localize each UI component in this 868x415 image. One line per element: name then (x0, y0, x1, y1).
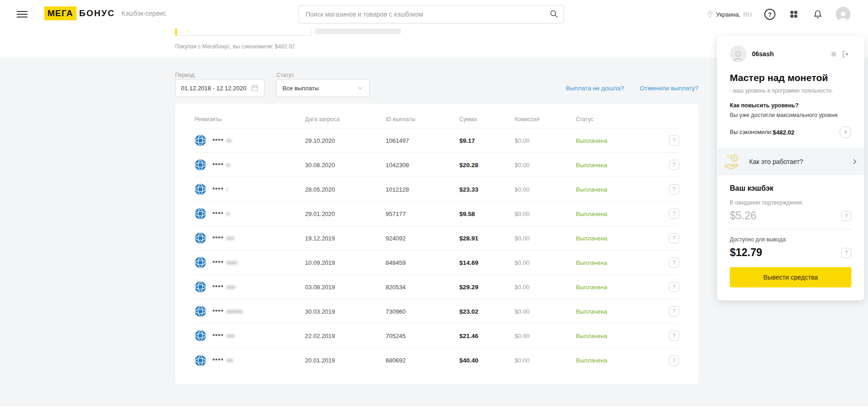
requisites-masked: **** (212, 235, 223, 242)
bell-icon (813, 9, 823, 19)
logo-bonus: БОНУС (79, 8, 115, 18)
requisites-masked: **** (212, 333, 223, 339)
row-help-icon[interactable]: ? (669, 257, 679, 268)
payout-status: Выплачена (576, 308, 668, 315)
dotted-divider (730, 229, 851, 229)
search-icon[interactable] (549, 9, 558, 18)
notifications-button[interactable] (812, 8, 824, 20)
how-it-works-row[interactable]: Как это работает? (717, 149, 864, 175)
payout-not-received-link[interactable]: Выплата не дошла? (566, 85, 624, 92)
row-help-icon[interactable]: ? (669, 356, 679, 366)
row-help-icon[interactable]: ? (669, 331, 679, 341)
payout-id: 705245 (386, 333, 459, 339)
requisites-masked: **** (212, 284, 223, 291)
payout-cancelled-link[interactable]: Отменили выплату? (639, 85, 698, 92)
payout-commission: $0.00 (515, 357, 576, 364)
table-header: Реквизиты Дата запроса ID выплаты Сумма … (194, 110, 679, 129)
requisites-cell: **** (194, 330, 305, 342)
payout-amount: $21.46 (459, 333, 515, 339)
payout-id: 680692 (386, 357, 459, 364)
row-help-icon[interactable]: ? (669, 160, 679, 170)
how-it-works-label: Как это работает? (749, 158, 803, 165)
tab-stub-active[interactable] (175, 29, 311, 36)
table-row: **** 22.02.2019 705245 $21.46 $0.00 Выпл… (194, 324, 679, 348)
row-help-icon[interactable]: ? (669, 184, 679, 194)
requisites-blur (226, 212, 230, 216)
payout-id: 848459 (386, 259, 459, 266)
row-help-icon[interactable]: ? (669, 233, 679, 243)
sidebar-user-row: 06sash (730, 46, 851, 62)
row-help-icon[interactable]: ? (669, 282, 679, 292)
row-help-icon[interactable]: ? (669, 306, 679, 316)
requisites-cell: **** (194, 257, 305, 269)
tab-stub-inactive[interactable] (315, 29, 401, 34)
webmoney-icon (194, 281, 206, 293)
withdraw-button[interactable]: Вывести средства (730, 267, 851, 287)
status-select[interactable]: Все выплаты (276, 79, 369, 97)
payout-amount: $23.33 (459, 186, 515, 193)
webmoney-icon (194, 208, 206, 220)
request-date: 20.01.2019 (305, 357, 386, 364)
row-help-icon[interactable]: ? (669, 135, 679, 146)
table-row: **** 10.09.2019 848459 $14.69 $0.00 Выпл… (194, 251, 679, 275)
table-row: **** 30.03.2019 730960 $23.02 $0.00 Выпл… (194, 299, 679, 324)
search-input[interactable] (299, 5, 564, 23)
status-value: Все выплаты (282, 85, 319, 92)
settings-button[interactable] (827, 48, 839, 60)
payout-id: 1042308 (386, 162, 459, 169)
payout-id: 730960 (386, 308, 459, 315)
pending-amount: $5.26 (730, 210, 757, 222)
payout-status: Выплачена (576, 186, 668, 193)
payout-table-body: **** 29.10.2020 1061497 $9.17 $0.00 Выпл… (194, 129, 679, 373)
request-date: 30.08.2020 (305, 162, 386, 169)
webmoney-icon (194, 305, 206, 317)
requisites-blur (226, 237, 235, 240)
pending-help-icon[interactable]: ? (841, 211, 851, 221)
help-icon: ? (764, 9, 775, 20)
apps-grid-icon (789, 10, 798, 19)
requisites-masked: **** (212, 137, 223, 144)
location-country: Украина, (716, 11, 740, 18)
logo-tagline: Кэшбэк-сервис (122, 10, 166, 17)
logo[interactable]: МЕГА БОНУС Кэшбэк-сервис (44, 6, 166, 20)
col-amount: Сумма (459, 116, 515, 123)
location-selector[interactable]: Украина, RU (707, 11, 752, 18)
row-help-icon[interactable]: ? (669, 209, 679, 219)
webmoney-icon (194, 159, 206, 171)
logout-icon (841, 50, 850, 58)
requisites-blur (226, 261, 237, 264)
user-avatar[interactable] (836, 7, 850, 22)
available-label: Доступно для вывода: (730, 236, 851, 243)
saved-value: $482.02 (773, 129, 794, 136)
payout-amount: $40.40 (459, 357, 515, 364)
chevron-right-icon (843, 129, 848, 135)
profile-sidebar: 06sash Мастер над монетой - ваш уровень … (717, 36, 864, 300)
payout-amount: $20.28 (459, 162, 515, 169)
payout-status: Выплачена (576, 357, 668, 364)
saved-details-button[interactable] (839, 126, 851, 138)
payout-id: 1012128 (386, 186, 459, 193)
menu-icon[interactable] (17, 9, 28, 18)
loyalty-level-title: Мастер над монетой (730, 72, 851, 83)
location-lang: RU (743, 11, 752, 18)
webmoney-icon (194, 355, 206, 367)
apps-grid-button[interactable] (788, 8, 800, 20)
period-input[interactable]: 01.12.2018 - 12.12.2020 (175, 79, 264, 97)
gear-icon (829, 50, 838, 58)
logout-button[interactable] (839, 48, 851, 60)
payout-status: Выплачена (576, 284, 668, 291)
requisites-masked: **** (212, 308, 223, 315)
payout-commission: $0.00 (515, 235, 576, 242)
payout-status: Выплачена (576, 259, 668, 266)
requisites-cell: **** (194, 208, 305, 220)
sidebar-avatar[interactable] (730, 46, 746, 62)
payout-amount: $14.69 (459, 259, 515, 266)
help-button[interactable]: ? (764, 8, 776, 20)
table-row: **** 30.08.2020 1042308 $20.28 $0.00 Вып… (194, 153, 679, 177)
available-help-icon[interactable]: ? (841, 248, 851, 258)
requisites-cell: **** (194, 305, 305, 317)
raise-level-question: Как повысить уровень? (730, 102, 851, 109)
status-label: Статус (276, 72, 294, 78)
payout-id: 820534 (386, 284, 459, 291)
webmoney-icon (194, 183, 206, 195)
